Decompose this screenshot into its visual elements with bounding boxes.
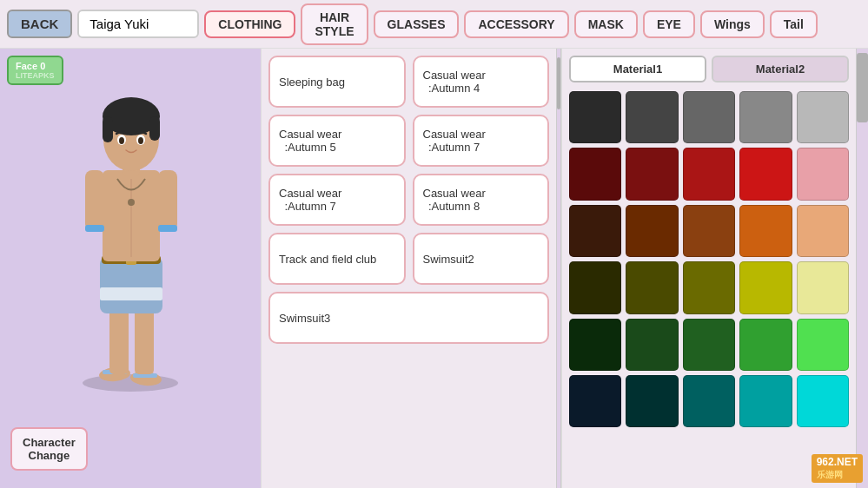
clothing-item-swimsuit3[interactable]: Swimsuit3 [268, 292, 549, 344]
tab-tail[interactable]: Tail [770, 10, 818, 38]
clothing-item-casual-autumn-7a[interactable]: Casual wear:Autumn 7 [413, 115, 550, 167]
color-swatch-16[interactable] [626, 261, 678, 313]
clothing-item-casual-autumn-7b[interactable]: Casual wear:Autumn 7 [268, 174, 406, 226]
material2-tab[interactable]: Material2 [712, 56, 849, 82]
svg-point-13 [128, 199, 135, 206]
color-swatch-27[interactable] [683, 375, 735, 427]
svg-rect-17 [158, 225, 177, 232]
color-scrollbar[interactable] [856, 49, 868, 488]
material-tabs: Material1 Material2 [569, 56, 849, 82]
color-swatch-9[interactable] [797, 148, 849, 200]
clothing-panel: Sleeping bag Casual wear:Autumn 4 Casual… [261, 49, 556, 488]
color-swatch-13[interactable] [739, 205, 792, 257]
main-content: Face 0 LITEAPKS [0, 49, 868, 488]
svg-point-26 [138, 137, 143, 144]
color-swatch-7[interactable] [683, 148, 735, 200]
color-scroll-thumb[interactable] [857, 53, 868, 122]
color-swatch-15[interactable] [569, 261, 621, 313]
scroll-thumb[interactable] [557, 57, 560, 109]
color-swatch-0[interactable] [569, 91, 621, 143]
color-swatch-14[interactable] [797, 205, 849, 257]
clothing-item-sleeping-bag[interactable]: Sleeping bag [268, 56, 406, 108]
color-swatch-11[interactable] [626, 205, 678, 257]
clothing-scrollbar[interactable] [556, 49, 561, 488]
character-figure [52, 66, 209, 396]
clothing-item-casual-autumn-8[interactable]: Casual wear:Autumn 8 [413, 174, 550, 226]
color-swatch-29[interactable] [797, 375, 849, 427]
color-swatch-22[interactable] [683, 319, 735, 371]
color-swatch-8[interactable] [739, 148, 792, 200]
color-swatch-6[interactable] [626, 148, 678, 200]
color-swatch-28[interactable] [739, 375, 792, 427]
color-swatch-3[interactable] [739, 91, 792, 143]
color-swatch-4[interactable] [797, 91, 849, 143]
color-panel: Material1 Material2 [561, 49, 856, 488]
svg-rect-7 [100, 257, 162, 313]
color-swatch-10[interactable] [569, 205, 621, 257]
svg-point-25 [119, 137, 124, 144]
color-swatch-21[interactable] [626, 319, 678, 371]
clothing-item-casual-autumn-5[interactable]: Casual wear:Autumn 5 [268, 115, 406, 167]
face-badge[interactable]: Face 0 LITEAPKS [7, 56, 63, 85]
tab-clothing[interactable]: CLOTHING [204, 10, 295, 38]
clothing-item-track-field[interactable]: Track and field club [268, 233, 406, 285]
color-swatch-20[interactable] [569, 319, 621, 371]
clothing-item-casual-autumn-4[interactable]: Casual wear:Autumn 4 [413, 56, 550, 108]
color-swatch-17[interactable] [683, 261, 735, 313]
svg-rect-21 [103, 116, 113, 142]
color-swatch-5[interactable] [569, 148, 621, 200]
top-nav: BACK CLOTHING HAIRSTYLE GLASSES ACCESSOR… [0, 0, 868, 49]
svg-rect-8 [100, 287, 162, 300]
color-swatch-2[interactable] [683, 91, 735, 143]
tab-accessory[interactable]: ACCESSORY [464, 10, 568, 38]
color-swatch-12[interactable] [683, 205, 735, 257]
tab-mask[interactable]: MASK [574, 10, 638, 38]
material1-tab[interactable]: Material1 [569, 56, 706, 82]
color-swatch-18[interactable] [739, 261, 792, 313]
color-swatch-23[interactable] [739, 319, 792, 371]
color-swatch-26[interactable] [626, 375, 678, 427]
svg-rect-22 [149, 116, 160, 141]
character-change-button[interactable]: CharacterChange [10, 427, 88, 471]
character-panel: Face 0 LITEAPKS [0, 49, 261, 488]
color-swatch-24[interactable] [797, 319, 849, 371]
svg-rect-15 [85, 225, 104, 232]
color-swatch-19[interactable] [797, 261, 849, 313]
color-swatch-1[interactable] [626, 91, 678, 143]
clothing-item-swimsuit2[interactable]: Swimsuit2 [413, 233, 550, 285]
color-swatch-25[interactable] [569, 375, 621, 427]
svg-rect-14 [85, 170, 104, 231]
character-name-input[interactable] [77, 10, 199, 38]
svg-rect-16 [158, 170, 177, 231]
svg-point-0 [83, 374, 178, 392]
watermark: 962.NET 乐游网 [812, 454, 863, 483]
tab-wings[interactable]: Wings [700, 10, 765, 38]
color-grid [569, 91, 849, 427]
tab-eye[interactable]: EYE [643, 10, 695, 38]
back-button[interactable]: BACK [7, 10, 72, 38]
tab-hairstyle[interactable]: HAIRSTYLE [301, 3, 368, 45]
clothing-grid: Sleeping bag Casual wear:Autumn 4 Casual… [268, 56, 549, 344]
tab-glasses[interactable]: GLASSES [374, 10, 460, 38]
